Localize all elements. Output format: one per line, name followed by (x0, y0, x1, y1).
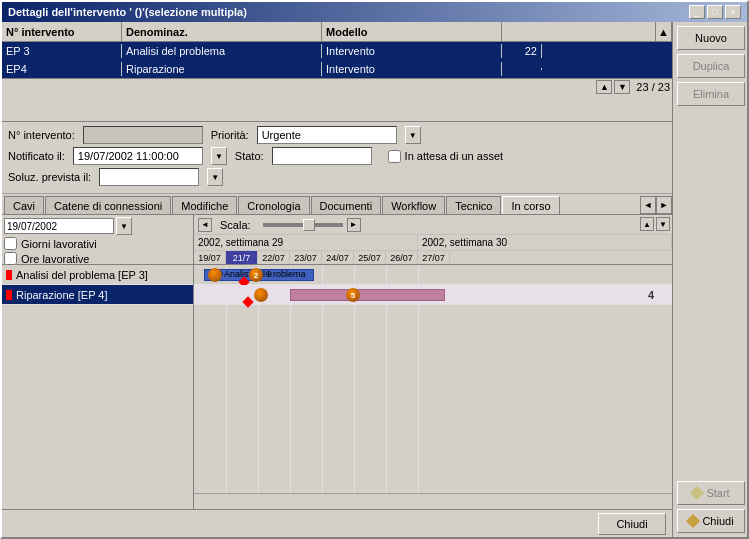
tabs-area: Cavi Catene di connessioni Modifiche Cro… (2, 194, 672, 215)
gantt-nav-row: ◄ Scala: ► ▲ ▼ (194, 215, 672, 235)
day-2207: 22/07 (258, 251, 290, 264)
chiudi-form-button[interactable]: Chiudi (677, 509, 745, 533)
notificato-dropdown[interactable]: ▼ (211, 147, 227, 165)
tab-cavi[interactable]: Cavi (4, 196, 44, 214)
horiz-scrollbar[interactable] (194, 493, 672, 509)
col-header-denominazione: Denominaz. (122, 22, 322, 41)
gantt-scroll-up[interactable]: ▲ (640, 217, 654, 231)
nav-down-btn[interactable]: ▼ (614, 80, 630, 94)
cell-denom: Riparazione (122, 62, 322, 76)
table-header: N° intervento Denominaz. Modello ▲ (2, 22, 672, 42)
gantt-scroll-left[interactable]: ◄ (198, 218, 212, 232)
gantt-days: 19/07 21/7 22/07 23/07 24/07 25/07 26/07… (194, 251, 672, 265)
day-2707: 27/07 (418, 251, 450, 264)
diamond-marker-2 (242, 296, 253, 307)
main-content: N° intervento Denominaz. Modello ▲ EP 3 … (2, 22, 747, 537)
giorni-row: Giorni lavorativi (4, 237, 191, 250)
ball-left-1 (208, 268, 222, 282)
scrollbar-area: ▲ ▼ 23 / 23 (2, 78, 672, 94)
maximize-button[interactable]: □ (707, 5, 723, 19)
stato-input[interactable] (272, 147, 372, 165)
day-2307: 23/07 (290, 251, 322, 264)
ball-left-2 (254, 288, 268, 302)
badge-4: 4 (648, 289, 654, 301)
soluz-label: Soluz. prevista il: (8, 171, 91, 183)
elimina-button[interactable]: Elimina (677, 82, 745, 106)
table-row[interactable]: EP 3 Analisi del problema Intervento 22 (2, 42, 672, 60)
cell-modello: Intervento (322, 62, 502, 76)
gantt-left: ▼ Giorni lavorativi Ore lavorative (2, 215, 194, 509)
tab-incorso[interactable]: In corso (502, 196, 559, 214)
minimize-button[interactable]: _ (689, 5, 705, 19)
gantt-left-rows: Analisi del problema [EP 3] Riparazione … (2, 265, 193, 509)
cell-num (502, 68, 542, 70)
bottom-close-button[interactable]: Chiudi (598, 513, 666, 535)
day-2407: 24/07 (322, 251, 354, 264)
soluz-input[interactable] (99, 168, 199, 186)
sort-icon[interactable]: ▲ (656, 22, 672, 41)
n-intervento-label: N° intervento: (8, 129, 75, 141)
nuovo-button[interactable]: Nuovo (677, 26, 745, 50)
gantt-scroll-right[interactable]: ► (347, 218, 361, 232)
scale-thumb[interactable] (303, 219, 315, 231)
gantt-left-row-2[interactable]: Riparazione [EP 4] (2, 285, 193, 305)
week-cell-30: 2002, settimana 30 (418, 235, 672, 250)
gantt-date-dropdown[interactable]: ▼ (116, 217, 132, 235)
main-window: Dettagli dell'intervento ' ()'(selezione… (0, 0, 749, 539)
gantt-header: ◄ Scala: ► ▲ ▼ (194, 215, 672, 265)
scale-label: Scala: (220, 219, 251, 231)
form-row-3: Soluz. prevista il: ▼ (8, 168, 666, 186)
nav-up-btn[interactable]: ▲ (596, 80, 612, 94)
gantt-scroll-down[interactable]: ▼ (656, 217, 670, 231)
gantt-row-label-2: Riparazione [EP 4] (16, 289, 108, 301)
ball-2: 2 (249, 268, 263, 282)
form-row-2: Notificato il: ▼ Stato: In attesa di un … (8, 147, 666, 165)
form-action-buttons: Start Chiudi (677, 481, 743, 533)
gantt-row-label-1: Analisi del problema [EP 3] (16, 269, 148, 281)
notificato-input[interactable] (73, 147, 203, 165)
ore-label: Ore lavorative (21, 253, 89, 265)
cell-n-int: EP 3 (2, 44, 122, 58)
tab-modifiche[interactable]: Modifiche (172, 196, 237, 214)
gantt-body-row-1: ⊕Analisi del⊕roblema 2 (194, 265, 672, 285)
date-selector: ▼ (4, 217, 191, 235)
diamond-icon-2 (686, 514, 700, 528)
n-intervento-input[interactable] (83, 126, 203, 144)
ore-checkbox[interactable] (4, 252, 17, 265)
gantt-bar-2 (290, 289, 445, 301)
day-2507: 25/07 (354, 251, 386, 264)
priorita-input[interactable] (257, 126, 397, 144)
start-button[interactable]: Start (677, 481, 745, 505)
row-marker (6, 290, 12, 300)
row-marker (6, 270, 12, 280)
col-header-filler (502, 22, 656, 41)
gantt-body-row-2: 5 4 (194, 285, 672, 305)
priorita-dropdown[interactable]: ▼ (405, 126, 421, 144)
bottom-close-bar: Chiudi (2, 509, 672, 537)
tabs-scroll-left[interactable]: ◄ (640, 196, 656, 214)
tab-catene[interactable]: Catene di connessioni (45, 196, 171, 214)
giorni-label: Giorni lavorativi (21, 238, 97, 250)
table-area: N° intervento Denominaz. Modello ▲ EP 3 … (2, 22, 672, 122)
gantt-date-input[interactable] (4, 218, 114, 234)
tabs-scroll-right[interactable]: ► (656, 196, 672, 214)
soluz-dropdown[interactable]: ▼ (207, 168, 223, 186)
tab-documenti[interactable]: Documenti (311, 196, 382, 214)
in-attesa-label: In attesa di un asset (405, 150, 503, 162)
in-attesa-checkbox[interactable] (388, 150, 401, 163)
giorni-checkbox[interactable] (4, 237, 17, 250)
cell-modello: Intervento (322, 44, 502, 58)
cell-n-int: EP4 (2, 62, 122, 76)
close-button[interactable]: × (725, 5, 741, 19)
tab-tecnico[interactable]: Tecnico (446, 196, 501, 214)
gantt-left-row-1[interactable]: Analisi del problema [EP 3] (2, 265, 193, 285)
tab-cronologia[interactable]: Cronologia (238, 196, 309, 214)
duplica-button[interactable]: Duplica (677, 54, 745, 78)
tab-workflow[interactable]: Workflow (382, 196, 445, 214)
cell-denom: Analisi del problema (122, 44, 322, 58)
day-2107: 21/7 (226, 251, 258, 264)
table-row[interactable]: EP4 Riparazione Intervento (2, 60, 672, 78)
scale-slider[interactable] (263, 223, 343, 227)
gantt-body: ⊕Analisi del⊕roblema 2 (194, 265, 672, 493)
title-buttons: _ □ × (689, 5, 741, 19)
